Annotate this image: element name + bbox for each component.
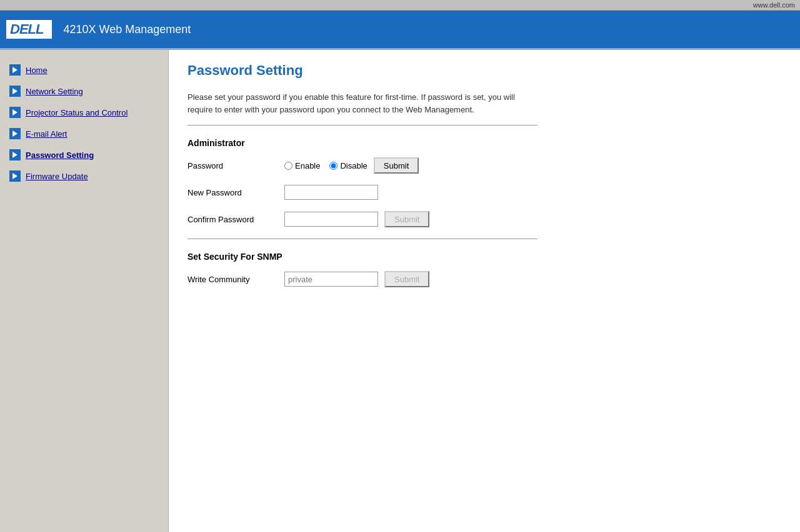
header: DELL™ 4210X Web Management [0,11,800,48]
sidebar-label-home: Home [26,66,48,75]
firmware-nav-icon [9,170,21,182]
projector-nav-icon [9,107,21,118]
page-title: Password Setting [188,62,781,79]
snmp-submit-button[interactable]: Submit [384,271,429,287]
disable-radio[interactable] [329,162,338,170]
email-nav-icon [9,128,21,139]
new-password-row: New Password [188,185,781,200]
sidebar-item-network-setting[interactable]: Network Setting [6,81,162,102]
sidebar-label-firmware: Firmware Update [26,172,88,181]
write-community-controls: Submit [284,271,781,287]
app-title: 4210X Web Management [63,23,191,36]
administrator-section-title: Administrator [188,138,781,148]
write-community-input[interactable] [284,272,378,287]
write-community-label: Write Community [188,275,275,284]
sidebar-item-password-setting[interactable]: Password Setting [6,144,162,165]
home-nav-icon [9,64,21,76]
enable-radio-label[interactable]: Enable [284,161,320,170]
new-password-input[interactable] [284,185,378,200]
content-area: Password Setting Please set your passwor… [169,50,800,532]
sidebar-item-firmware-update[interactable]: Firmware Update [6,165,162,187]
enable-radio[interactable] [284,162,292,170]
website-url: www.dell.com [753,1,795,9]
confirm-submit-button[interactable]: Submit [384,211,429,227]
divider-middle [188,239,538,239]
main-layout: Home Network Setting Projector Status an… [0,48,800,532]
new-password-controls [284,185,781,200]
confirm-password-row: Confirm Password Submit [188,211,781,227]
sidebar-label-projector: Projector Status and Control [26,108,128,117]
sidebar-item-home[interactable]: Home [6,59,162,81]
divider-top [188,125,538,126]
sidebar-label-network: Network Setting [26,87,83,96]
confirm-password-controls: Submit [284,211,781,227]
password-controls: Enable Disable Submit [284,157,781,174]
description-text: Please set your password if you enable t… [188,91,538,116]
logo-group: DELL™ 4210X Web Management [6,20,191,39]
sidebar-item-projector-status[interactable]: Projector Status and Control [6,102,162,123]
sidebar: Home Network Setting Projector Status an… [0,50,169,532]
network-nav-icon [9,86,21,97]
sidebar-item-email-alert[interactable]: E-mail Alert [6,123,162,144]
password-submit-button[interactable]: Submit [374,157,419,174]
enable-label: Enable [295,161,320,170]
top-bar: www.dell.com [0,0,800,11]
confirm-password-label: Confirm Password [188,215,275,224]
snmp-section: Set Security For SNMP Write Community Su… [188,252,781,287]
dell-logo: DELL™ [6,20,52,39]
write-community-row: Write Community Submit [188,271,781,287]
disable-label: Disable [340,161,367,170]
snmp-section-title: Set Security For SNMP [188,252,781,262]
sidebar-label-password: Password Setting [26,150,94,160]
password-label: Password [188,161,275,170]
disable-radio-label[interactable]: Disable [329,161,367,170]
password-row: Password Enable Disable Submit [188,157,781,174]
sidebar-label-email: E-mail Alert [26,129,67,139]
password-radio-group: Enable Disable [284,161,368,170]
confirm-password-input[interactable] [284,212,378,227]
new-password-label: New Password [188,188,275,197]
password-nav-icon [9,149,21,160]
